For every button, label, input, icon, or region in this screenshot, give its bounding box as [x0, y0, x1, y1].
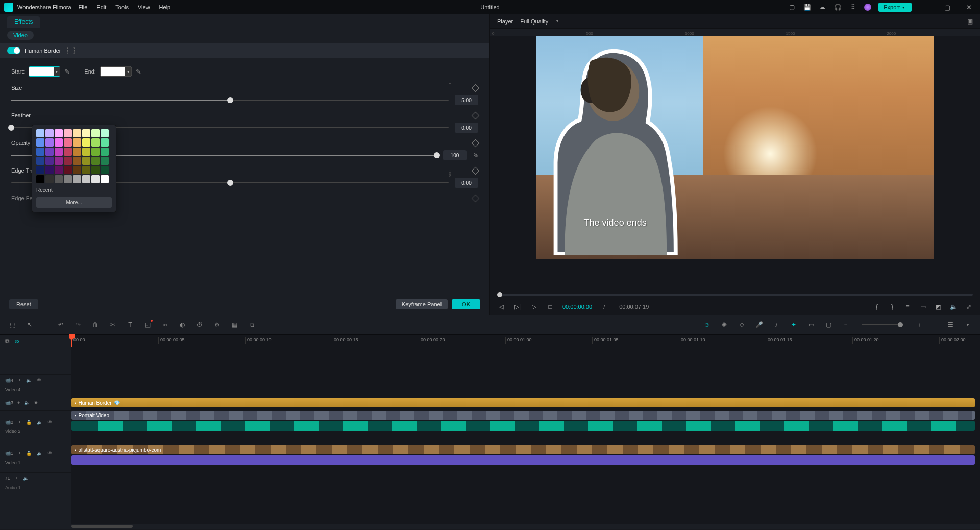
- link-icon[interactable]: ∞: [15, 338, 19, 345]
- color-swatch[interactable]: [64, 157, 72, 165]
- color-swatch[interactable]: [91, 148, 100, 156]
- color-swatch[interactable]: [82, 129, 90, 137]
- display-icon[interactable]: ▭: [919, 303, 927, 310]
- play-forward-button[interactable]: ▷|: [513, 303, 522, 310]
- avatar[interactable]: [864, 4, 871, 11]
- undo-icon[interactable]: ↶: [57, 321, 65, 329]
- color-swatch[interactable]: [36, 166, 44, 174]
- edge-thickness-value[interactable]: 0.00: [455, 178, 478, 188]
- menu-edit[interactable]: Edit: [96, 4, 106, 10]
- color-swatch[interactable]: [91, 157, 100, 165]
- color-swatch[interactable]: [64, 166, 72, 174]
- music-icon[interactable]: ♪: [772, 321, 780, 329]
- menu-tools[interactable]: Tools: [115, 4, 129, 10]
- color-swatch[interactable]: [64, 138, 72, 147]
- feather-value[interactable]: 0.00: [455, 123, 478, 133]
- opacity-keyframe[interactable]: [472, 139, 480, 147]
- pip-icon[interactable]: ▢: [824, 321, 832, 329]
- clip-portrait[interactable]: ▪Portrait Video: [71, 411, 975, 420]
- color-swatch[interactable]: [55, 166, 63, 174]
- apps-icon[interactable]: ⠿: [849, 3, 857, 11]
- color-swatch[interactable]: [73, 138, 81, 147]
- color-swatch[interactable]: [73, 175, 81, 183]
- camera-icon[interactable]: ◩: [934, 303, 942, 310]
- color-swatch[interactable]: [36, 157, 44, 165]
- color-swatch[interactable]: [73, 148, 81, 156]
- redo-icon[interactable]: ↷: [74, 321, 82, 329]
- cut-icon[interactable]: ✂: [109, 321, 117, 329]
- volume-icon[interactable]: 🔈: [949, 303, 958, 310]
- preview-canvas[interactable]: The video ends: [536, 36, 934, 259]
- track-view-icon[interactable]: ☰: [946, 321, 954, 329]
- color-swatch[interactable]: [82, 148, 90, 156]
- end-color-dropdown[interactable]: ▾: [100, 66, 132, 77]
- color-swatch[interactable]: [55, 129, 63, 137]
- effect-toggle[interactable]: [7, 47, 20, 54]
- group-icon[interactable]: ▦: [230, 321, 238, 329]
- mark-out-icon[interactable]: }: [888, 303, 896, 310]
- track-options-icon[interactable]: ▾: [964, 321, 972, 329]
- visibility-icon[interactable]: 👁: [37, 378, 41, 383]
- color-swatch[interactable]: [36, 138, 44, 147]
- play-button[interactable]: ▷: [530, 303, 538, 310]
- color-swatch[interactable]: [45, 138, 54, 147]
- zoom-slider[interactable]: [862, 324, 903, 325]
- render-icon[interactable]: ≡: [903, 303, 912, 310]
- color-swatch[interactable]: [101, 148, 109, 156]
- color-swatch[interactable]: [82, 138, 90, 147]
- color-swatch[interactable]: [82, 175, 90, 183]
- magnet-icon[interactable]: ⧉: [5, 338, 10, 345]
- color-swatch[interactable]: [64, 175, 72, 183]
- color-swatch[interactable]: [55, 138, 63, 147]
- tab-effects[interactable]: Effects: [7, 16, 40, 28]
- gear-icon[interactable]: ✺: [720, 321, 728, 329]
- color-swatch[interactable]: [36, 148, 44, 156]
- color-swatch[interactable]: [73, 157, 81, 165]
- size-slider[interactable]: [11, 100, 449, 101]
- color-swatch[interactable]: [82, 157, 90, 165]
- favorite-icon[interactable]: [67, 47, 75, 54]
- prev-frame-button[interactable]: ◁: [497, 303, 505, 310]
- export-button[interactable]: Export▾: [878, 3, 912, 12]
- tracks-area[interactable]: ▪Human Border💎 ▪Portrait Video ▪allstatt…: [71, 347, 980, 524]
- color-swatch[interactable]: [55, 175, 63, 183]
- clip-human-border[interactable]: ▪Human Border💎: [71, 398, 975, 407]
- copy-icon[interactable]: ⧉: [248, 321, 256, 329]
- marker-icon[interactable]: ✦: [790, 321, 798, 329]
- color-swatch[interactable]: [45, 129, 54, 137]
- keyframe-panel-button[interactable]: Keyframe Panel: [396, 299, 448, 309]
- shield-icon[interactable]: ◇: [738, 321, 746, 329]
- color-swatch[interactable]: [82, 166, 90, 174]
- snapshot-icon[interactable]: ▣: [967, 18, 973, 25]
- mark-in-icon[interactable]: {: [873, 303, 881, 310]
- color-swatch[interactable]: [36, 175, 44, 183]
- zoom-out-icon[interactable]: −: [842, 321, 850, 329]
- color-swatch[interactable]: [45, 166, 54, 174]
- opacity-value[interactable]: 100: [443, 150, 467, 160]
- add-track-icon[interactable]: +: [18, 378, 21, 383]
- color-swatch[interactable]: [45, 157, 54, 165]
- clip-background-audio[interactable]: [71, 455, 975, 465]
- render-preview-icon[interactable]: ▭: [807, 321, 815, 329]
- maximize-button[interactable]: ▢: [940, 4, 954, 11]
- layout-icon[interactable]: ▢: [788, 3, 796, 11]
- timeline-ruler[interactable]: 00:0000:00:00:0500:00:00:1000:00:00:1500…: [71, 335, 980, 347]
- eyedropper-start-icon[interactable]: ✎: [64, 68, 70, 76]
- color-swatch[interactable]: [91, 138, 100, 147]
- ai-smile-icon[interactable]: ☺: [703, 321, 711, 329]
- color-swatch[interactable]: [91, 166, 100, 174]
- zoom-in-icon[interactable]: ＋: [915, 321, 923, 329]
- color-swatch[interactable]: [45, 148, 54, 156]
- color-icon[interactable]: ◐: [178, 321, 186, 329]
- quality-dropdown[interactable]: Full Quality▾: [520, 18, 558, 25]
- menu-help[interactable]: Help: [159, 4, 171, 10]
- playhead[interactable]: [71, 335, 72, 347]
- fullscreen-icon[interactable]: ⤢: [965, 303, 973, 310]
- player-scrubber[interactable]: [497, 294, 973, 296]
- menu-file[interactable]: File: [79, 4, 88, 10]
- feather-keyframe[interactable]: [472, 111, 480, 119]
- delete-icon[interactable]: 🗑: [91, 321, 100, 329]
- clip-portrait-audio[interactable]: [71, 421, 975, 431]
- color-swatch[interactable]: [64, 148, 72, 156]
- menu-view[interactable]: View: [138, 4, 150, 10]
